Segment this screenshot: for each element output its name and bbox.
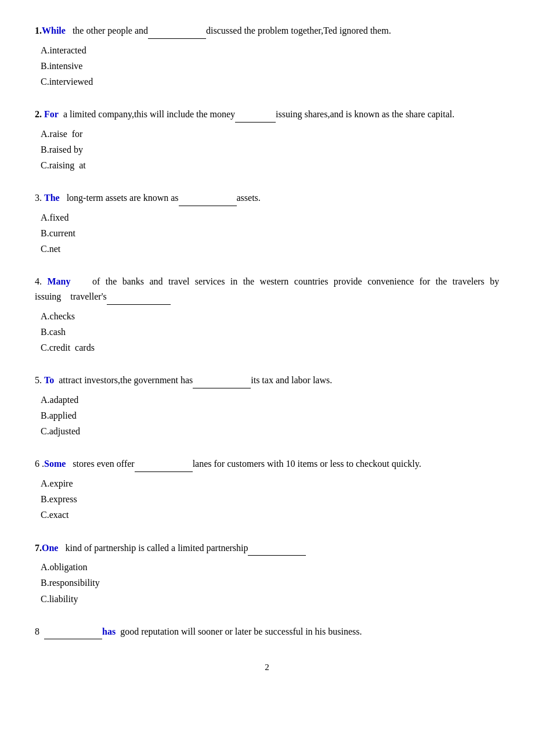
q4-keyword: Many — [47, 276, 70, 286]
q3-text: 3. The long-term assets are known as ass… — [35, 190, 499, 206]
q2-text-before: a limited company,this will include the … — [59, 109, 235, 119]
question-8: 8 has good reputation will sooner or lat… — [35, 624, 499, 640]
q4-number: 4. — [35, 276, 47, 286]
q7-keyword: One — [42, 543, 58, 553]
q1-option-b: B.intensive — [41, 58, 499, 74]
q3-option-b: B.current — [41, 225, 499, 241]
q3-keyword: The — [44, 193, 60, 203]
q2-option-b: B.raised by — [41, 142, 499, 157]
q1-text-before: the other people and — [66, 26, 148, 35]
q4-option-c: C.credit cards — [41, 340, 499, 355]
q3-text-after: assets. — [237, 193, 261, 203]
q6-blank — [135, 456, 193, 472]
q1-keyword: While — [42, 26, 66, 35]
q6-text-before: stores even offer — [66, 459, 134, 469]
q5-number: 5. — [35, 375, 44, 385]
q3-option-c: C.net — [41, 241, 499, 257]
q4-option-b: B.cash — [41, 324, 499, 340]
question-7: 7.One kind of partnership is called a li… — [35, 541, 499, 607]
q5-option-b: B.applied — [41, 408, 499, 423]
q4-option-a: A.checks — [41, 308, 499, 324]
q5-blank — [193, 373, 251, 388]
q4-text: 4. Many of the banks and travel services… — [35, 274, 499, 304]
q3-option-a: A.fixed — [41, 210, 499, 225]
q4-blank — [107, 289, 171, 305]
q1-text: 1.While the other people and discussed t… — [35, 23, 499, 39]
question-4: 4. Many of the banks and travel services… — [35, 274, 499, 355]
q6-keyword: Some — [44, 459, 66, 469]
q2-blank — [235, 107, 276, 123]
q8-text: 8 has good reputation will sooner or lat… — [35, 624, 499, 640]
q2-option-c: C.raising at — [41, 157, 499, 173]
question-5: 5. To attract investors,the government h… — [35, 373, 499, 439]
q5-text: 5. To attract investors,the government h… — [35, 373, 499, 388]
q7-text: 7.One kind of partnership is called a li… — [35, 541, 499, 556]
q5-keyword: To — [44, 375, 54, 385]
q7-option-b: B.responsibility — [41, 575, 499, 591]
q2-text-after: issuing shares,and is known as the share… — [276, 109, 454, 119]
q1-option-a: A.interacted — [41, 42, 499, 58]
q5-option-a: A.adapted — [41, 392, 499, 408]
q6-text: 6 .Some stores even offer lanes for cust… — [35, 456, 499, 472]
q3-number: 3. — [35, 193, 44, 203]
question-3: 3. The long-term assets are known as ass… — [35, 190, 499, 257]
q7-blank — [248, 541, 306, 556]
q8-blank-space — [39, 627, 44, 636]
q1-option-c: C.interviewed — [41, 74, 499, 89]
q7-number: 7. — [35, 543, 42, 553]
q5-text-before: attract investors,the government has — [54, 375, 193, 385]
q1-number: 1. — [35, 26, 42, 35]
q8-keyword: has — [102, 627, 116, 636]
q7-option-a: A.obligation — [41, 559, 499, 575]
question-6: 6 .Some stores even offer lanes for cust… — [35, 456, 499, 523]
q1-blank — [148, 23, 206, 39]
q1-text-after: discussed the problem together,Ted ignor… — [206, 26, 391, 35]
q8-text-after: good reputation will sooner or later be … — [116, 627, 362, 636]
question-1: 1.While the other people and discussed t… — [35, 23, 499, 89]
q3-text-before: long-term assets are known as — [60, 193, 179, 203]
q7-text-before: kind of partnership is called a limited … — [58, 543, 248, 553]
q2-keyword: For — [44, 109, 59, 119]
q5-option-c: C.adjusted — [41, 423, 499, 439]
q2-text: 2. For a limited company,this will inclu… — [35, 107, 499, 123]
q6-option-a: A.expire — [41, 476, 499, 491]
q8-number: 8 — [35, 627, 39, 636]
q5-text-after: its tax and labor laws. — [251, 375, 332, 385]
q3-blank — [179, 190, 237, 206]
q8-blank — [44, 624, 102, 640]
q2-number: 2. — [35, 109, 42, 119]
q7-option-c: C.liability — [41, 591, 499, 607]
q6-number: 6 . — [35, 459, 44, 469]
page-number-text: 2 — [265, 663, 269, 672]
q4-text-main: of the banks and travel services in the … — [35, 276, 499, 301]
page-number: 2 — [35, 663, 499, 672]
q6-option-c: C.exact — [41, 507, 499, 523]
q2-option-a: A.raise for — [41, 126, 499, 142]
question-2: 2. For a limited company,this will inclu… — [35, 107, 499, 173]
q6-option-b: B.express — [41, 491, 499, 507]
q6-text-after: lanes for customers with 10 items or les… — [193, 459, 421, 469]
